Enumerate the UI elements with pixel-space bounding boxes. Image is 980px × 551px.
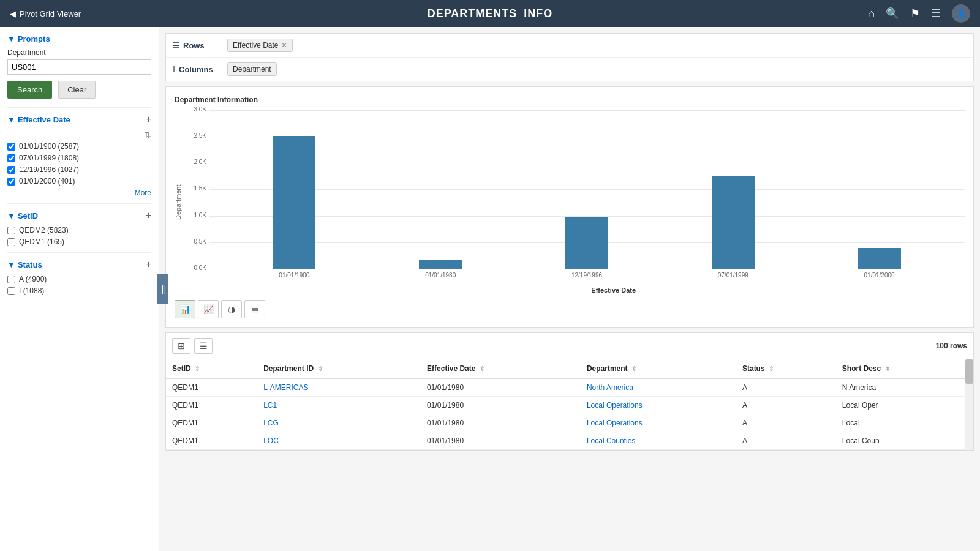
col-header-deptid[interactable]: Department ID ⇕ — [257, 359, 421, 378]
cell-shortdesc-3: Local Coun — [836, 432, 973, 450]
cell-status-2: A — [736, 414, 836, 432]
effective-date-sort-icon[interactable]: ⇅ — [144, 130, 151, 140]
user-avatar[interactable]: 👤 — [952, 4, 970, 23]
rows-icon: ☰ — [172, 41, 179, 50]
col-header-department[interactable]: Department ⇕ — [581, 359, 736, 378]
bar-3[interactable] — [712, 176, 755, 269]
chart-type-line-btn[interactable]: 📈 — [198, 300, 219, 318]
back-button[interactable]: ◀ Pivot Grid Viewer — [10, 9, 81, 18]
rows-count: 100 rows — [936, 342, 967, 350]
effective-date-checkbox-1[interactable] — [7, 154, 15, 162]
setid-toggle[interactable]: ▼ SetID — [7, 211, 38, 220]
search-button[interactable]: Search — [7, 81, 52, 99]
cell-effdate-2: 01/01/1980 — [421, 414, 581, 432]
search-icon[interactable]: 🔍 — [886, 7, 899, 20]
bar-4[interactable] — [858, 248, 901, 269]
flag-icon[interactable]: ⚑ — [910, 7, 920, 20]
chart-type-pie-btn[interactable]: ◑ — [221, 300, 242, 318]
chart-type-table-btn[interactable]: ▤ — [244, 300, 265, 318]
setid-checkbox-1[interactable] — [7, 238, 15, 246]
effective-date-label: Effective Date — [18, 115, 70, 124]
menu-icon[interactable]: ☰ — [931, 7, 941, 20]
status-section: ▼ Status + A (4900) I (1088) — [7, 252, 151, 295]
header: ◀ Pivot Grid Viewer DEPARTMENTS_INFO ⌂ 🔍… — [0, 0, 980, 27]
rows-text: Rows — [183, 41, 205, 50]
pivot-rows-row: ☰ Rows Effective Date ✕ — [166, 34, 973, 58]
main-layout: ▼ Prompts Department Search Clear ▼ Effe… — [0, 27, 980, 551]
chart-area: Department 3.0K 2.5K 2.0K 1.5K 1.0K 0.5K… — [175, 110, 965, 294]
cell-dept-0[interactable]: North America — [581, 378, 736, 397]
x-label-1: 01/01/1980 — [368, 269, 514, 294]
status-checkbox-0[interactable] — [7, 276, 15, 283]
effective-date-checkbox-0[interactable] — [7, 143, 15, 151]
status-toggle[interactable]: ▼ Status — [7, 260, 42, 269]
cell-deptid-2[interactable]: LCG — [257, 414, 421, 432]
header-icons: ⌂ 🔍 ⚑ ☰ 👤 — [868, 4, 970, 23]
table-view-grid-btn[interactable]: ⊞ — [172, 338, 190, 354]
bar-2[interactable] — [565, 217, 608, 269]
cell-status-3: A — [736, 432, 836, 450]
cell-deptid-3[interactable]: LOC — [257, 432, 421, 450]
rows-tag-close-icon[interactable]: ✕ — [281, 41, 287, 50]
scrollbar-thumb[interactable] — [965, 359, 973, 384]
col-header-status[interactable]: Status ⇕ — [736, 359, 836, 378]
table-row-2: QEDM1 LCG 01/01/1980 Local Operations A … — [166, 414, 973, 432]
col-header-shortdesc[interactable]: Short Desc ⇕ — [836, 359, 973, 378]
chart-type-bar-btn[interactable]: 📊 — [175, 300, 195, 318]
effective-date-item-0: 01/01/1900 (2587) — [7, 142, 151, 151]
setid-add-btn[interactable]: + — [146, 210, 151, 221]
columns-tag[interactable]: Department — [227, 62, 277, 76]
x-axis-area: 01/01/1900 01/01/1980 12/19/1996 07/01/1… — [209, 269, 965, 294]
x-label-4: 01/01/2000 — [806, 269, 952, 294]
prompts-toggle[interactable]: ▼ Prompts — [7, 34, 151, 43]
pivot-bar: ☰ Rows Effective Date ✕ ⦀ Columns Depart… — [165, 33, 974, 81]
effective-date-item-3: 01/01/2000 (401) — [7, 177, 151, 186]
status-add-btn[interactable]: + — [146, 259, 151, 270]
scrollbar-track[interactable] — [965, 359, 973, 450]
status-checkbox-1[interactable] — [7, 287, 15, 295]
status-item-label-1: I (1088) — [19, 287, 44, 295]
table-view-list-btn[interactable]: ☰ — [194, 338, 213, 354]
table-row-3: QEDM1 LOC 01/01/1980 Local Counties A Lo… — [166, 432, 973, 450]
prompts-section: ▼ Prompts Department Search Clear — [7, 34, 151, 99]
cell-dept-1[interactable]: Local Operations — [581, 397, 736, 414]
effective-date-add-btn[interactable]: + — [146, 114, 151, 125]
prompts-label: Prompts — [18, 34, 50, 43]
effective-date-item-label-3: 01/01/2000 (401) — [19, 177, 75, 186]
effective-date-item-label-1: 07/01/1999 (1808) — [19, 154, 79, 162]
sidebar-collapse-btn[interactable]: ‖ — [157, 274, 168, 304]
bar-0[interactable] — [273, 136, 315, 269]
cell-setid-1: QEDM1 — [166, 397, 257, 414]
clear-button[interactable]: Clear — [58, 81, 96, 99]
chart-container: Department Information Department 3.0K 2… — [165, 86, 974, 328]
col-header-setid[interactable]: SetID ⇕ — [166, 359, 257, 378]
bar-group-0 — [221, 136, 368, 269]
home-icon[interactable]: ⌂ — [868, 7, 875, 20]
status-item-label-0: A (4900) — [19, 275, 47, 283]
chart-title: Department Information — [175, 96, 965, 104]
bar-1[interactable] — [419, 260, 462, 269]
effective-date-checkbox-2[interactable] — [7, 166, 15, 174]
cell-deptid-0[interactable]: L-AMERICAS — [257, 378, 421, 397]
chart-inner: 3.0K 2.5K 2.0K 1.5K 1.0K 0.5K 0.0K — [184, 110, 965, 294]
page-title: DEPARTMENTS_INFO — [428, 7, 553, 20]
search-clear-row: Search Clear — [7, 81, 151, 99]
effective-date-checkbox-3[interactable] — [7, 178, 15, 186]
table-row-1: QEDM1 LC1 01/01/1980 Local Operations A … — [166, 397, 973, 414]
cell-dept-2[interactable]: Local Operations — [581, 414, 736, 432]
effective-date-toggle[interactable]: ▼ Effective Date — [7, 115, 70, 124]
department-input[interactable] — [7, 59, 151, 75]
effective-date-item-1: 07/01/1999 (1808) — [7, 154, 151, 162]
cell-dept-3[interactable]: Local Counties — [581, 432, 736, 450]
x-label-0: 01/01/1900 — [221, 269, 368, 294]
effective-date-more[interactable]: More — [7, 189, 151, 197]
rows-tag[interactable]: Effective Date ✕ — [227, 39, 293, 52]
columns-icon: ⦀ — [172, 64, 175, 74]
cell-deptid-1[interactable]: LC1 — [257, 397, 421, 414]
status-arrow: ▼ — [7, 260, 15, 269]
setid-checkbox-0[interactable] — [7, 227, 15, 234]
bar-group-3 — [660, 176, 806, 269]
col-header-effdate[interactable]: Effective Date ⇕ — [421, 359, 581, 378]
cell-status-0: A — [736, 378, 836, 397]
setid-header: ▼ SetID + — [7, 210, 151, 221]
